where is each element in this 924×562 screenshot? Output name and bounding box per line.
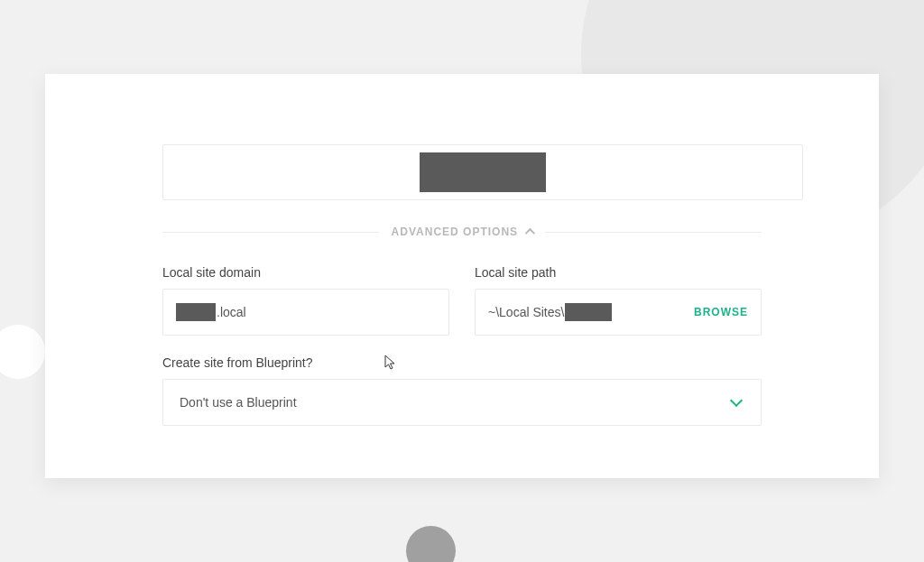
local-path-label: Local site path (475, 265, 762, 280)
site-name-value-redacted (420, 152, 546, 192)
local-domain-suffix: .local (217, 305, 246, 319)
chevron-up-icon (525, 228, 535, 238)
bg-decor-circle-left (0, 325, 45, 379)
advanced-options-label: ADVANCED OPTIONS (379, 226, 546, 238)
local-domain-input[interactable]: .local (162, 289, 449, 336)
blueprint-label: Create site from Blueprint? (162, 355, 762, 370)
advanced-options-toggle[interactable]: ADVANCED OPTIONS (162, 226, 762, 238)
bg-decor-circle-bottom (406, 526, 456, 562)
browse-button[interactable]: BROWSE (694, 306, 748, 318)
local-path-input[interactable]: ~\Local Sites\ BROWSE (475, 289, 762, 336)
advanced-options-text: ADVANCED OPTIONS (392, 226, 518, 238)
create-site-panel: ADVANCED OPTIONS Local site domain .loca… (45, 74, 879, 478)
local-domain-label: Local site domain (162, 265, 449, 280)
site-name-input[interactable] (162, 144, 803, 200)
local-path-prefix: ~\Local Sites\ (488, 305, 564, 319)
local-path-value-redacted (565, 303, 612, 321)
chevron-down-icon (730, 394, 743, 407)
blueprint-select[interactable]: Don't use a Blueprint (162, 379, 762, 426)
blueprint-selected: Don't use a Blueprint (180, 395, 297, 410)
local-domain-value-redacted (176, 303, 216, 321)
